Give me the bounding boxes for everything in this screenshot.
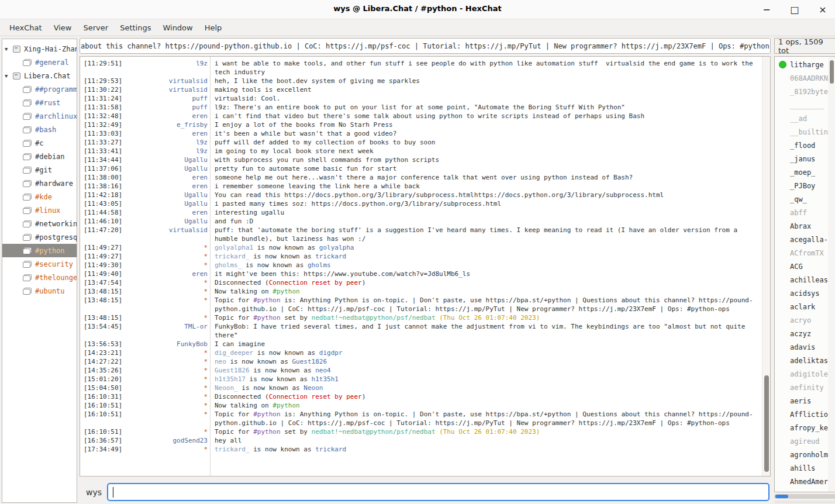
userlist-item[interactable]: litharge [775,58,835,71]
sidebar-item-git[interactable]: #git [2,163,77,177]
userlist-item[interactable]: _moep_ [775,165,835,179]
message-segment: You can read this https://docs.python.or… [215,191,664,199]
channel-icon [23,153,32,160]
userlist-item[interactable]: adigitole [775,367,835,381]
sidebar-item-thelounge[interactable]: #thelounge [2,271,77,284]
sidebar-item-kde[interactable]: #kde [2,190,77,203]
userlist-item[interactable]: _flood [775,139,835,152]
userlist-item[interactable]: ahills [775,461,835,475]
channel-icon [23,234,32,241]
sidebar-item-bash[interactable]: #bash [2,123,77,136]
userlist-scrollbar[interactable] [828,57,835,492]
userlist-item[interactable]: _PJBoy [775,179,835,192]
sidebar-item-label: #hardware [35,179,73,188]
sidebar-item-label: ##programming [35,85,77,94]
userlist-item[interactable]: achilleas [775,273,835,286]
sidebar-item-hardware[interactable]: #hardware [2,177,77,190]
nick: l9z [126,147,208,156]
userlist-hscrollbar[interactable] [774,494,835,499]
sidebar-item-networking[interactable]: #networking [2,217,77,230]
userlist-item[interactable]: acryo [775,313,835,327]
timestamp: [13:48:15] [80,313,126,322]
userlist-item[interactable]: ________ [775,98,835,112]
sidebar-item-ubuntu[interactable]: #ubuntu [2,284,77,298]
userlist-item[interactable]: aefinity [775,381,835,394]
message-segment: is now known as [250,446,316,453]
sidebar-item-debian[interactable]: #debian [2,150,77,163]
message: Neoon_ is now known as Neoon [208,384,761,392]
sidebar-item-archlinux[interactable]: #archlinux [2,109,77,123]
sidebar-item-security[interactable]: #security [2,257,77,271]
userlist-item[interactable]: __builtin [775,125,835,139]
userlist-item[interactable]: abff [775,206,835,219]
userlist-item[interactable]: AhmedAmer [775,475,835,488]
message-input[interactable] [107,483,770,501]
timestamp: [11:31:24] [80,94,126,103]
channel-icon [23,167,32,174]
sidebar-item-xing-hai-zhan[interactable]: ▼Xing-Hai-Zhan [2,42,77,56]
menu-item-help[interactable]: Help [199,21,228,34]
message: I enjoy a lot of the books from No Starh… [208,120,761,129]
sidebar-item-libera.chat[interactable]: ▼Libera.Chat [2,69,77,82]
message-segment: is now known as [226,358,292,365]
userlist-item[interactable]: _8192byte [775,85,835,98]
sidebar-item-c[interactable]: #c [2,136,77,150]
userlist-item[interactable]: agireud [775,434,835,448]
expander-icon[interactable]: ▼ [5,73,12,79]
chat-line: [11:32:48]ereni can't find that video bu… [80,112,761,120]
userlist-item[interactable]: _qw_ [775,192,835,206]
chat-scrollbar[interactable] [762,57,770,476]
userlist-item[interactable]: adavis [775,340,835,354]
timestamp: [13:48:15] [80,296,126,313]
chat-line: [13:47:54]*Disconnected (Connection rese… [80,278,761,287]
userlist-item[interactable]: ACG [775,260,835,273]
maximize-icon[interactable]: □ [789,4,800,15]
menu-bar: HexChatViewServerSettingsWindowHelp [0,20,835,36]
message-segment: Now talking on [215,288,272,295]
userlist-item[interactable]: aeris [775,394,835,408]
op-status-column [775,61,790,68]
message-segment: Topic for [215,428,253,436]
minimize-icon[interactable]: − [761,4,772,15]
userlist-hscrollbar-thumb[interactable] [775,495,788,498]
expander-icon[interactable]: ▼ [5,46,12,52]
userlist-item[interactable]: 068AADRKN [775,71,835,85]
menu-item-hexchat[interactable]: HexChat [4,21,48,34]
chat-scrollbar-thumb[interactable] [764,375,769,472]
user-nick: acryo [790,316,811,325]
userlist-item[interactable]: __ad [775,112,835,125]
user-nick: 068AADRKN [790,74,828,82]
timestamp: [11:30:22] [80,85,126,94]
user-nick: aclark [790,303,815,311]
timestamp: [11:49:40] [80,270,126,278]
userlist-item[interactable]: ACfromTX [775,246,835,260]
sidebar-item-python[interactable]: #python [2,244,77,257]
timestamp: [11:38:16] [80,182,126,191]
menu-item-view[interactable]: View [48,21,78,34]
close-icon[interactable]: × [817,4,828,15]
timestamp: [11:46:10] [80,217,126,226]
userlist-item[interactable]: agronholm [775,448,835,461]
user-nick: agireud [790,437,820,446]
sidebar-item-postgresql[interactable]: #postgresql [2,230,77,244]
event-star: * [126,366,208,375]
sidebar-item-rust[interactable]: ##rust [2,96,77,109]
sidebar-item-linux[interactable]: #linux [2,203,77,217]
menu-item-settings[interactable]: Settings [114,21,157,34]
userlist-item[interactable]: adeliktas [775,354,835,367]
menu-item-server[interactable]: Server [77,21,114,34]
userlist-scrollbar-thumb[interactable] [830,60,834,84]
sidebar-item-general[interactable]: #general [2,56,77,69]
userlist-item[interactable]: aczyz [775,327,835,340]
sidebar-item-programming[interactable]: ##programming [2,82,77,96]
userlist-item[interactable]: afropy_ke [775,421,835,434]
userlist-item[interactable]: Affliction [775,408,835,421]
menu-item-window[interactable]: Window [157,21,198,34]
topic-bar[interactable]: about this channel? https://pound-python… [80,38,771,54]
userlist-item[interactable]: acegalla- [775,233,835,246]
userlist-item[interactable]: _janus [775,152,835,165]
userlist-item[interactable]: acidsys [775,286,835,300]
userlist-item[interactable]: aclark [775,300,835,313]
userlist-item[interactable]: Abrax [775,219,835,233]
message: virtualsid: Cool. [208,94,761,103]
